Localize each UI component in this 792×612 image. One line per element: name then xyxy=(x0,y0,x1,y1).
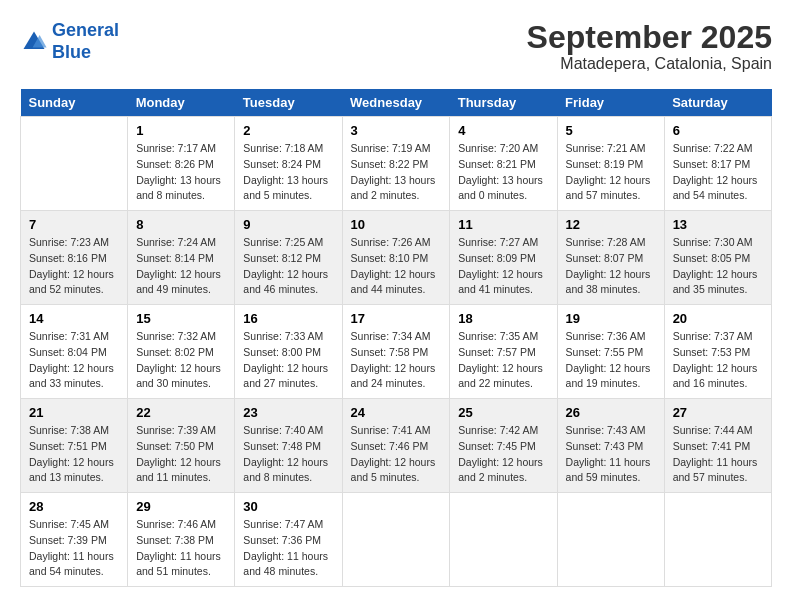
calendar-cell: 7Sunrise: 7:23 AMSunset: 8:16 PMDaylight… xyxy=(21,211,128,305)
day-info: Sunrise: 7:27 AMSunset: 8:09 PMDaylight:… xyxy=(458,235,548,298)
day-info: Sunrise: 7:39 AMSunset: 7:50 PMDaylight:… xyxy=(136,423,226,486)
week-row-4: 21Sunrise: 7:38 AMSunset: 7:51 PMDayligh… xyxy=(21,399,772,493)
day-number: 25 xyxy=(458,405,548,420)
day-info: Sunrise: 7:22 AMSunset: 8:17 PMDaylight:… xyxy=(673,141,763,204)
day-info: Sunrise: 7:32 AMSunset: 8:02 PMDaylight:… xyxy=(136,329,226,392)
day-number: 27 xyxy=(673,405,763,420)
weekday-header-wednesday: Wednesday xyxy=(342,89,450,117)
day-number: 7 xyxy=(29,217,119,232)
day-info: Sunrise: 7:25 AMSunset: 8:12 PMDaylight:… xyxy=(243,235,333,298)
day-number: 12 xyxy=(566,217,656,232)
day-number: 3 xyxy=(351,123,442,138)
calendar-cell: 21Sunrise: 7:38 AMSunset: 7:51 PMDayligh… xyxy=(21,399,128,493)
calendar-cell: 13Sunrise: 7:30 AMSunset: 8:05 PMDayligh… xyxy=(664,211,771,305)
day-number: 10 xyxy=(351,217,442,232)
calendar-cell: 10Sunrise: 7:26 AMSunset: 8:10 PMDayligh… xyxy=(342,211,450,305)
weekday-header-row: SundayMondayTuesdayWednesdayThursdayFrid… xyxy=(21,89,772,117)
calendar-cell: 27Sunrise: 7:44 AMSunset: 7:41 PMDayligh… xyxy=(664,399,771,493)
day-number: 4 xyxy=(458,123,548,138)
day-info: Sunrise: 7:30 AMSunset: 8:05 PMDaylight:… xyxy=(673,235,763,298)
logo-icon xyxy=(20,28,48,56)
month-title: September 2025 xyxy=(527,20,772,55)
calendar-cell: 11Sunrise: 7:27 AMSunset: 8:09 PMDayligh… xyxy=(450,211,557,305)
day-number: 17 xyxy=(351,311,442,326)
day-number: 20 xyxy=(673,311,763,326)
day-number: 2 xyxy=(243,123,333,138)
day-number: 1 xyxy=(136,123,226,138)
location-title: Matadepera, Catalonia, Spain xyxy=(527,55,772,73)
calendar-cell: 15Sunrise: 7:32 AMSunset: 8:02 PMDayligh… xyxy=(128,305,235,399)
calendar-table: SundayMondayTuesdayWednesdayThursdayFrid… xyxy=(20,89,772,587)
weekday-header-saturday: Saturday xyxy=(664,89,771,117)
day-info: Sunrise: 7:45 AMSunset: 7:39 PMDaylight:… xyxy=(29,517,119,580)
calendar-cell: 22Sunrise: 7:39 AMSunset: 7:50 PMDayligh… xyxy=(128,399,235,493)
day-info: Sunrise: 7:23 AMSunset: 8:16 PMDaylight:… xyxy=(29,235,119,298)
day-number: 22 xyxy=(136,405,226,420)
weekday-header-monday: Monday xyxy=(128,89,235,117)
calendar-cell: 1Sunrise: 7:17 AMSunset: 8:26 PMDaylight… xyxy=(128,117,235,211)
day-number: 30 xyxy=(243,499,333,514)
calendar-cell xyxy=(342,493,450,587)
day-info: Sunrise: 7:42 AMSunset: 7:45 PMDaylight:… xyxy=(458,423,548,486)
day-number: 23 xyxy=(243,405,333,420)
calendar-cell xyxy=(664,493,771,587)
day-info: Sunrise: 7:31 AMSunset: 8:04 PMDaylight:… xyxy=(29,329,119,392)
calendar-cell: 23Sunrise: 7:40 AMSunset: 7:48 PMDayligh… xyxy=(235,399,342,493)
week-row-1: 1Sunrise: 7:17 AMSunset: 8:26 PMDaylight… xyxy=(21,117,772,211)
day-number: 28 xyxy=(29,499,119,514)
calendar-cell: 17Sunrise: 7:34 AMSunset: 7:58 PMDayligh… xyxy=(342,305,450,399)
day-info: Sunrise: 7:35 AMSunset: 7:57 PMDaylight:… xyxy=(458,329,548,392)
calendar-cell: 5Sunrise: 7:21 AMSunset: 8:19 PMDaylight… xyxy=(557,117,664,211)
logo: General Blue xyxy=(20,20,119,63)
day-info: Sunrise: 7:19 AMSunset: 8:22 PMDaylight:… xyxy=(351,141,442,204)
calendar-cell: 8Sunrise: 7:24 AMSunset: 8:14 PMDaylight… xyxy=(128,211,235,305)
day-info: Sunrise: 7:43 AMSunset: 7:43 PMDaylight:… xyxy=(566,423,656,486)
day-info: Sunrise: 7:20 AMSunset: 8:21 PMDaylight:… xyxy=(458,141,548,204)
calendar-cell: 19Sunrise: 7:36 AMSunset: 7:55 PMDayligh… xyxy=(557,305,664,399)
day-number: 29 xyxy=(136,499,226,514)
day-number: 14 xyxy=(29,311,119,326)
day-info: Sunrise: 7:41 AMSunset: 7:46 PMDaylight:… xyxy=(351,423,442,486)
weekday-header-thursday: Thursday xyxy=(450,89,557,117)
day-number: 5 xyxy=(566,123,656,138)
day-info: Sunrise: 7:34 AMSunset: 7:58 PMDaylight:… xyxy=(351,329,442,392)
day-info: Sunrise: 7:44 AMSunset: 7:41 PMDaylight:… xyxy=(673,423,763,486)
day-info: Sunrise: 7:33 AMSunset: 8:00 PMDaylight:… xyxy=(243,329,333,392)
calendar-cell: 24Sunrise: 7:41 AMSunset: 7:46 PMDayligh… xyxy=(342,399,450,493)
calendar-cell: 12Sunrise: 7:28 AMSunset: 8:07 PMDayligh… xyxy=(557,211,664,305)
day-number: 21 xyxy=(29,405,119,420)
calendar-cell: 25Sunrise: 7:42 AMSunset: 7:45 PMDayligh… xyxy=(450,399,557,493)
title-block: September 2025 Matadepera, Catalonia, Sp… xyxy=(527,20,772,73)
calendar-cell: 2Sunrise: 7:18 AMSunset: 8:24 PMDaylight… xyxy=(235,117,342,211)
day-number: 6 xyxy=(673,123,763,138)
day-info: Sunrise: 7:38 AMSunset: 7:51 PMDaylight:… xyxy=(29,423,119,486)
header: General Blue September 2025 Matadepera, … xyxy=(20,20,772,73)
logo-text: General Blue xyxy=(52,20,119,63)
day-info: Sunrise: 7:47 AMSunset: 7:36 PMDaylight:… xyxy=(243,517,333,580)
day-info: Sunrise: 7:26 AMSunset: 8:10 PMDaylight:… xyxy=(351,235,442,298)
weekday-header-friday: Friday xyxy=(557,89,664,117)
calendar-cell xyxy=(557,493,664,587)
day-number: 16 xyxy=(243,311,333,326)
day-info: Sunrise: 7:24 AMSunset: 8:14 PMDaylight:… xyxy=(136,235,226,298)
day-number: 9 xyxy=(243,217,333,232)
day-number: 15 xyxy=(136,311,226,326)
day-info: Sunrise: 7:28 AMSunset: 8:07 PMDaylight:… xyxy=(566,235,656,298)
day-number: 11 xyxy=(458,217,548,232)
calendar-cell: 9Sunrise: 7:25 AMSunset: 8:12 PMDaylight… xyxy=(235,211,342,305)
day-info: Sunrise: 7:17 AMSunset: 8:26 PMDaylight:… xyxy=(136,141,226,204)
day-info: Sunrise: 7:21 AMSunset: 8:19 PMDaylight:… xyxy=(566,141,656,204)
calendar-cell: 18Sunrise: 7:35 AMSunset: 7:57 PMDayligh… xyxy=(450,305,557,399)
day-info: Sunrise: 7:40 AMSunset: 7:48 PMDaylight:… xyxy=(243,423,333,486)
calendar-cell: 29Sunrise: 7:46 AMSunset: 7:38 PMDayligh… xyxy=(128,493,235,587)
calendar-cell xyxy=(450,493,557,587)
calendar-cell: 30Sunrise: 7:47 AMSunset: 7:36 PMDayligh… xyxy=(235,493,342,587)
calendar-cell: 6Sunrise: 7:22 AMSunset: 8:17 PMDaylight… xyxy=(664,117,771,211)
calendar-cell: 26Sunrise: 7:43 AMSunset: 7:43 PMDayligh… xyxy=(557,399,664,493)
day-number: 26 xyxy=(566,405,656,420)
day-number: 19 xyxy=(566,311,656,326)
weekday-header-sunday: Sunday xyxy=(21,89,128,117)
calendar-cell: 14Sunrise: 7:31 AMSunset: 8:04 PMDayligh… xyxy=(21,305,128,399)
day-number: 8 xyxy=(136,217,226,232)
calendar-cell: 16Sunrise: 7:33 AMSunset: 8:00 PMDayligh… xyxy=(235,305,342,399)
